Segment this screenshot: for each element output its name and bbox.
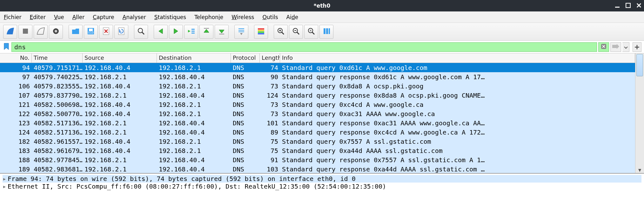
cell-protocol: DNS — [231, 82, 260, 90]
packet-row[interactable]: 18840582.977845…192.168.2.1192.168.40.4D… — [0, 155, 635, 164]
zoom-out-icon — [292, 27, 300, 37]
go-back-button[interactable] — [154, 25, 168, 39]
menu-capture[interactable]: Capture — [93, 14, 114, 20]
svg-rect-24 — [612, 45, 617, 48]
bookmark-icon — [3, 43, 9, 51]
svg-rect-14 — [258, 30, 264, 31]
minimize-icon[interactable] — [615, 3, 620, 9]
col-source[interactable]: Source — [83, 53, 157, 63]
menu-view[interactable]: Vue — [54, 14, 64, 20]
filter-clear-button[interactable] — [598, 42, 609, 52]
save-icon: 010 — [86, 27, 95, 37]
svg-point-10 — [138, 28, 143, 33]
cell-destination: 192.168.40.4 — [157, 73, 231, 81]
shark-fin-icon — [6, 27, 15, 37]
col-destination[interactable]: Destination — [157, 53, 231, 63]
expand-triangle-icon[interactable]: ▸ — [3, 175, 8, 183]
packet-row[interactable]: 9740579.740225…192.168.2.1192.168.40.4DN… — [0, 72, 635, 81]
cell-info: Standard query 0x7557 A ssl.gstatic.com — [280, 138, 635, 145]
go-forward-button[interactable] — [169, 25, 183, 39]
vertical-scrollbar[interactable]: ▼ — [635, 53, 644, 173]
close-icon[interactable] — [636, 3, 641, 9]
cell-destination: 192.168.40.4 — [157, 92, 231, 99]
packet-row[interactable]: 12240582.500770…192.168.40.4192.168.2.1D… — [0, 109, 635, 118]
cell-length: 73 — [260, 82, 280, 90]
packet-row[interactable]: 9440579.715171…192.168.40.4192.168.2.1DN… — [0, 63, 635, 72]
menu-stats[interactable]: Statistiques — [154, 14, 186, 20]
cell-destination: 192.168.40.4 — [157, 156, 231, 164]
col-no[interactable]: No. — [0, 53, 32, 63]
menu-tools[interactable]: Outils — [262, 14, 278, 20]
col-time[interactable]: Time — [32, 53, 83, 63]
col-info[interactable]: Info — [280, 53, 635, 63]
packet-row[interactable]: 12140582.500698…192.168.40.4192.168.2.1D… — [0, 100, 635, 109]
menu-go[interactable]: Aller — [72, 14, 85, 20]
menu-file[interactable]: Fichier — [4, 14, 22, 20]
colorize-button[interactable] — [254, 25, 268, 39]
packet-row[interactable]: 18240582.961557…192.168.40.4192.168.2.1D… — [0, 137, 635, 146]
scroll-down-arrow[interactable]: ▼ — [635, 168, 644, 172]
cell-time: 40582.517136… — [32, 119, 83, 127]
detail-line-ethernet[interactable]: ▸Ethernet II, Src: PcsCompu_ff:f6:00 (08… — [3, 183, 641, 190]
zoom-in-icon — [276, 27, 285, 37]
display-filter-input[interactable] — [11, 42, 597, 52]
filter-apply-button[interactable] — [610, 42, 621, 52]
col-length[interactable]: Length — [260, 53, 280, 63]
packet-row[interactable]: 10740579.837790…192.168.2.1192.168.40.4D… — [0, 91, 635, 100]
filter-bookmark-button[interactable] — [3, 43, 10, 51]
cell-protocol: DNS — [231, 138, 260, 145]
start-capture-button[interactable] — [3, 25, 17, 39]
resize-columns-button[interactable] — [319, 25, 333, 39]
menu-bar: Fichier Editer Vue Aller Capture Analyse… — [0, 11, 644, 23]
reload-button[interactable] — [114, 25, 128, 39]
zoom-out-button[interactable] — [289, 25, 303, 39]
cell-destination: 192.168.2.1 — [157, 64, 231, 72]
cell-destination: 192.168.2.1 — [157, 101, 231, 108]
go-last-button[interactable] — [215, 25, 229, 39]
packet-row[interactable]: 18340582.961679…192.168.40.4192.168.2.1D… — [0, 146, 635, 155]
save-file-button[interactable]: 010 — [84, 25, 98, 39]
auto-scroll-button[interactable] — [234, 25, 248, 39]
menu-telephonie[interactable]: Telephonie — [194, 14, 223, 20]
cell-source: 192.168.40.4 — [83, 64, 157, 72]
cell-length: 75 — [260, 147, 280, 155]
menu-analyse[interactable]: Analyser — [123, 14, 146, 20]
cell-source: 192.168.2.1 — [83, 156, 157, 164]
close-file-button[interactable] — [99, 25, 113, 39]
cell-no: 189 — [0, 165, 32, 173]
cell-no: 123 — [0, 119, 32, 127]
menu-help[interactable]: Aide — [286, 14, 299, 20]
packet-row[interactable]: 18940582.983681…192.168.2.1192.168.40.4D… — [0, 164, 635, 173]
go-to-packet-button[interactable] — [184, 25, 198, 39]
packet-row[interactable]: 12340582.517136…192.168.2.1192.168.40.4D… — [0, 118, 635, 128]
detail-line-frame[interactable]: ▸Frame 94: 74 bytes on wire (592 bits), … — [3, 175, 641, 183]
cell-no: 124 — [0, 128, 32, 136]
cell-protocol: DNS — [231, 101, 260, 108]
cell-info: Standard query response 0xd61c A www.goo… — [280, 73, 635, 81]
menu-edit[interactable]: Editer — [30, 14, 46, 20]
svg-rect-12 — [219, 34, 224, 34]
capture-options-button[interactable] — [49, 25, 63, 39]
find-packet-button[interactable] — [134, 25, 148, 39]
chevron-down-icon — [624, 44, 628, 50]
expand-triangle-icon[interactable]: ▸ — [3, 183, 8, 190]
cell-time: 40579.837790… — [32, 92, 83, 99]
open-file-button[interactable] — [69, 25, 83, 39]
cell-length: 103 — [260, 165, 280, 173]
packet-row[interactable]: 10640579.823555…192.168.40.4192.168.2.1D… — [0, 81, 635, 91]
go-first-button[interactable] — [199, 25, 213, 39]
restart-capture-button[interactable] — [34, 25, 48, 39]
apply-arrow-icon — [612, 44, 619, 50]
packet-row[interactable]: 12440582.517136…192.168.2.1192.168.40.4D… — [0, 128, 635, 137]
zoom-reset-button[interactable] — [304, 25, 318, 39]
col-protocol[interactable]: Protocol — [231, 53, 260, 63]
stop-capture-button[interactable] — [18, 25, 32, 39]
scrollbar-thumb[interactable] — [636, 54, 643, 76]
cell-length: 75 — [260, 138, 280, 145]
zoom-in-button[interactable] — [274, 25, 288, 39]
maximize-icon[interactable] — [626, 3, 631, 9]
menu-wireless[interactable]: Wireless — [231, 14, 254, 20]
filter-add-button[interactable]: + — [633, 42, 641, 52]
cell-protocol: DNS — [231, 165, 260, 173]
filter-history-dropdown[interactable] — [622, 42, 629, 52]
